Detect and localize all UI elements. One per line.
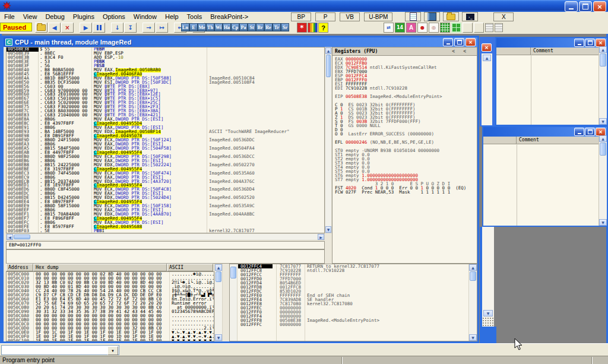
step-over-button[interactable]: ↧ — [124, 23, 137, 33]
stack-row[interactable]: 0012FFD48054B6ED — [230, 281, 477, 285]
scroll-down-arrow[interactable]: ▼ — [325, 226, 331, 233]
disasm-row[interactable]: 00508E3E.53PUSH EBX — [7, 60, 324, 64]
animate-into-button[interactable]: → — [142, 23, 155, 33]
appearance-rainbow-icon[interactable] — [308, 23, 318, 33]
menu-item-breakpoint[interactable]: BreakPoint-> — [206, 12, 252, 21]
command-combobox[interactable]: ▼ — [1, 345, 119, 355]
stack-row[interactable]: 0012FFC87C910228ntdll.7C910228 — [230, 268, 477, 273]
disassembly-pane[interactable]: 00508E38$55PUSH EBP00508E39.8BECMOV EBP,… — [6, 47, 325, 233]
pane-button-ln[interactable]: Ln — [181, 23, 189, 31]
scroll-up-arrow[interactable]: ▲ — [599, 135, 607, 142]
dump-header-hex[interactable]: Hex dump — [33, 264, 167, 271]
blank-button-1[interactable] — [463, 23, 473, 33]
registers-pane[interactable]: Registers (FPU) << EAX 00000000ECX 0012F… — [332, 47, 477, 264]
comment-window-bottom-titlebar[interactable]: × — [483, 127, 607, 137]
stack-row[interactable]: 0012FFEC00000000 — [230, 306, 477, 310]
scroll-up-arrow[interactable]: ▲ — [599, 46, 607, 53]
open-folder-icon[interactable] — [443, 12, 459, 21]
close-button[interactable]: × — [593, 1, 606, 12]
book-icon[interactable] — [424, 12, 440, 21]
register-line[interactable]: EFL 00000246 (NO,NB,E,BE,NS,PE,GE,LE) — [335, 140, 477, 144]
pause-button[interactable] — [93, 23, 105, 33]
minimize-button[interactable] — [565, 1, 578, 12]
scroll-thumb[interactable] — [326, 55, 331, 77]
blank-button-2[interactable] — [474, 23, 484, 33]
minimize-button[interactable] — [574, 39, 584, 47]
menu-item-options[interactable]: Options — [99, 12, 129, 21]
pane-button-me[interactable]: Me — [198, 23, 206, 31]
registers-collapse-buttons[interactable]: << — [452, 49, 474, 54]
plugin-button-p[interactable]: P — [315, 12, 335, 21]
stack-pane[interactable]: 0012FFC47C817077RETURN to kernel32.7C817… — [229, 264, 477, 341]
cpu-close-button[interactable]: × — [466, 38, 476, 46]
minimize-button[interactable] — [574, 128, 584, 136]
stack-row[interactable]: 0012FFE47C839AD8SE handler — [230, 297, 477, 302]
register-line[interactable]: T 0 GS 0000 NULL — [335, 124, 477, 128]
comment-window-top-titlebar[interactable]: × — [496, 38, 607, 48]
stack-row[interactable]: 0012FFF000000000 — [230, 310, 477, 314]
console-icon[interactable]: ›_ — [462, 12, 478, 21]
menu-item-help[interactable]: Help — [161, 12, 183, 21]
stack-row[interactable]: 0012FFCCFFFFFFFF — [230, 273, 477, 277]
scroll-down-arrow[interactable]: ▼ — [483, 310, 493, 316]
disassembly-vscrollbar[interactable]: ▲ ▼ — [325, 47, 332, 233]
scroll-up-arrow[interactable]: ▲ — [215, 264, 222, 271]
scroll-thumb[interactable] — [600, 53, 606, 67]
menu-item-file[interactable]: File — [0, 12, 19, 21]
scroll-left-arrow[interactable]: ◀ — [7, 234, 13, 240]
pane-button-cp[interactable]: Cp — [231, 23, 239, 31]
menu-item-view[interactable]: View — [19, 12, 42, 21]
menu-item-window[interactable]: Window — [129, 12, 161, 21]
pane-button-sr[interactable]: Sr — [281, 23, 289, 31]
animate-over-button[interactable]: ↦ — [156, 23, 168, 33]
green-14-icon[interactable]: 14 — [395, 23, 405, 33]
plugin-button-vb[interactable]: VB — [340, 12, 360, 21]
plugin-button-bp[interactable]: BP — [291, 12, 311, 21]
background-window-scrollbar[interactable]: ▲ — [482, 53, 492, 125]
maximize-button[interactable] — [585, 128, 595, 136]
dump-header-ascii[interactable]: ASCII — [167, 264, 213, 271]
breakpoint-dot-icon[interactable]: ● — [417, 23, 428, 33]
pane-button-tr[interactable]: Tr — [273, 23, 281, 31]
trace-spiral-icon[interactable]: ◎ — [429, 23, 439, 33]
stack-row[interactable]: 0012FFFC00000000 — [230, 322, 477, 327]
close-button[interactable]: × — [596, 39, 606, 47]
scroll-thumb[interactable] — [216, 271, 221, 282]
stack-row[interactable]: 0012FFE87C817080kernel32.7C817080 — [230, 302, 477, 306]
dump-row[interactable]: 0050C1001F 00 1F 00 1F 00 1F 00 1F 00 1F… — [7, 338, 214, 341]
swap-arrows-icon[interactable]: ⇄ — [384, 23, 394, 33]
open-file-button[interactable] — [35, 23, 48, 33]
combobox-dropdown-button[interactable]: ▼ — [107, 346, 118, 355]
stack-row[interactable]: 0012FFC47C817077RETURN to kernel32.7C817… — [230, 264, 477, 268]
menu-close-button[interactable]: X — [493, 12, 514, 21]
settings-gear-icon[interactable]: * — [297, 23, 307, 33]
cpu-window-titlebar[interactable]: C CPU - main thread, module ImageRed × — [4, 37, 477, 47]
disasm-row[interactable]: 00508E3B.83C4 F0ADD ESP,-10 — [7, 56, 324, 60]
go-back-button[interactable]: ◀ — [48, 23, 61, 33]
scroll-down-arrow[interactable]: ▼ — [599, 118, 607, 125]
plugin-button-u-bpm[interactable]: U-BPM — [364, 12, 392, 21]
pane-button-br[interactable]: Br — [256, 23, 264, 31]
pane-button-e[interactable]: E — [189, 23, 198, 31]
resize-grip[interactable] — [482, 317, 494, 327]
disassembly-hscrollbar[interactable]: ◀ ▶ — [6, 233, 325, 240]
pane-button-st[interactable]: St — [248, 23, 256, 31]
comment-window-bottom-scrollbar[interactable]: ▲ ▼ — [598, 135, 607, 226]
dump-header-address[interactable]: Address — [6, 264, 33, 271]
stack-vscrollbar[interactable]: ▲ ▼ — [468, 264, 477, 341]
register-line[interactable]: FCW 027F Prec NEAR,53 Mask 1 1 1 1 1 1 — [335, 190, 477, 194]
disasm-row[interactable]: 00508EFE.E8 8597F8FFCALL ImageRed.004956… — [7, 225, 324, 229]
scroll-down-arrow[interactable]: ▼ — [215, 334, 222, 341]
menu-item-tools[interactable]: Tools — [183, 12, 207, 21]
scroll-right-arrow[interactable]: ▶ — [318, 234, 324, 240]
notepad-icon[interactable] — [405, 12, 421, 21]
pane-button-pa[interactable]: Pa — [239, 23, 248, 31]
restore-button[interactable] — [579, 1, 592, 12]
stack-row[interactable]: 0012FFD80012FFC8 — [230, 285, 477, 289]
stack-row[interactable]: 0012FFE0FFFFFFFFEnd of SEH chain — [230, 293, 477, 297]
scroll-down-arrow[interactable]: ▼ — [599, 219, 607, 226]
pane-button-th[interactable]: Th — [206, 23, 214, 31]
menu-item-debug[interactable]: Debug — [41, 12, 68, 21]
pane-button-wi[interactable]: Wi — [214, 23, 223, 31]
stack-row[interactable]: 0012FFDC853D1020 — [230, 289, 477, 293]
